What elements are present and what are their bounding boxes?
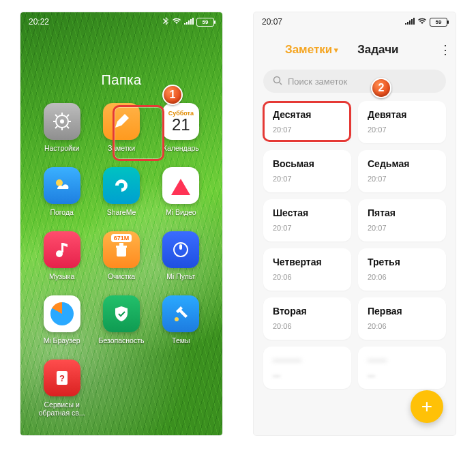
svg-line-6 bbox=[55, 115, 57, 117]
note-title: Вторая bbox=[273, 306, 342, 317]
chevron-down-icon: ▾ bbox=[334, 46, 338, 55]
note-card[interactable]: ———— bbox=[263, 347, 351, 389]
app-label: Музыка bbox=[49, 272, 74, 280]
security-icon bbox=[103, 295, 140, 332]
svg-line-7 bbox=[67, 126, 69, 128]
app-themes[interactable]: Темы bbox=[155, 295, 207, 345]
note-title: Четвертая bbox=[273, 257, 342, 267]
app-label: Mi Пульт bbox=[166, 272, 195, 280]
plus-icon: + bbox=[421, 396, 432, 418]
app-clean[interactable]: 671MОчистка bbox=[95, 231, 147, 280]
app-browser[interactable]: Mi Браузер bbox=[35, 295, 88, 345]
browser-icon bbox=[44, 295, 80, 332]
note-card[interactable]: Седьмая20:07 bbox=[358, 150, 446, 192]
note-card[interactable]: Третья20:06 bbox=[358, 248, 446, 291]
note-title: Шестая bbox=[273, 207, 342, 218]
app-label: Настройки bbox=[44, 144, 80, 152]
tab-notes[interactable]: Заметки ▾ bbox=[285, 43, 338, 57]
note-card[interactable]: Десятая20:07 bbox=[263, 101, 351, 143]
note-title: Восьмая bbox=[273, 158, 342, 169]
note-card[interactable]: Восьмая20:07 bbox=[263, 150, 351, 192]
note-card[interactable]: Пятая20:07 bbox=[358, 199, 446, 242]
note-title: Девятая bbox=[368, 109, 436, 120]
app-shareme[interactable]: ShareMe bbox=[95, 167, 147, 216]
app-calendar[interactable]: Суббота21Календарь bbox=[155, 103, 207, 152]
svg-rect-17 bbox=[179, 244, 182, 250]
app-label: Заметки bbox=[108, 144, 135, 152]
note-time: 20:06 bbox=[273, 273, 342, 281]
note-time: 20:07 bbox=[273, 175, 342, 183]
note-time: 20:07 bbox=[368, 224, 436, 232]
note-title: ——— bbox=[273, 355, 342, 366]
app-security[interactable]: Безопасность bbox=[95, 295, 147, 345]
video-icon bbox=[162, 167, 199, 204]
svg-line-22 bbox=[280, 83, 282, 85]
note-time: 20:07 bbox=[273, 126, 342, 134]
app-label: Очистка bbox=[108, 272, 135, 280]
signal-icon bbox=[405, 17, 415, 27]
note-title: Первая bbox=[368, 306, 436, 317]
status-bar: 20:07 59 bbox=[254, 12, 456, 31]
svg-point-10 bbox=[56, 179, 63, 186]
more-icon[interactable]: ⋮ bbox=[436, 40, 454, 60]
status-bar: 20:22 59 bbox=[20, 12, 222, 31]
app-music[interactable]: Музыка bbox=[35, 231, 88, 280]
shareme-icon bbox=[103, 167, 140, 204]
search-icon bbox=[273, 76, 282, 87]
app-label: ShareMe bbox=[107, 208, 136, 216]
app-label: Безопасность bbox=[99, 336, 145, 345]
svg-text:?: ? bbox=[59, 373, 65, 383]
app-notes[interactable]: Заметки bbox=[95, 103, 147, 152]
svg-line-9 bbox=[55, 126, 57, 128]
clean-icon: 671M bbox=[103, 231, 140, 268]
signal-icon bbox=[184, 17, 194, 27]
note-time: — bbox=[368, 371, 436, 379]
svg-rect-14 bbox=[119, 243, 123, 246]
svg-rect-13 bbox=[117, 247, 126, 257]
note-title: Третья bbox=[368, 257, 436, 267]
add-note-button[interactable]: + bbox=[411, 390, 443, 423]
music-icon bbox=[44, 231, 80, 268]
wifi-icon bbox=[172, 17, 181, 27]
note-card[interactable]: ——— bbox=[358, 347, 446, 389]
app-label: Mi Видео bbox=[166, 208, 196, 216]
app-label: Темы bbox=[172, 336, 190, 345]
note-card[interactable]: Вторая20:06 bbox=[263, 297, 351, 340]
settings-icon bbox=[44, 103, 80, 140]
note-card[interactable]: Четвертая20:06 bbox=[263, 248, 351, 291]
note-time: 20:06 bbox=[368, 322, 436, 330]
note-title: Десятая bbox=[273, 109, 342, 120]
note-card[interactable]: Первая20:06 bbox=[358, 297, 446, 340]
notes-icon bbox=[103, 103, 140, 140]
note-title: —— bbox=[368, 355, 436, 366]
calendar-icon: Суббота21 bbox=[162, 103, 199, 140]
app-label: Календарь bbox=[163, 144, 199, 152]
app-remote[interactable]: Mi Пульт bbox=[155, 231, 207, 280]
note-title: Пятая bbox=[368, 207, 436, 218]
note-time: 20:06 bbox=[273, 322, 342, 330]
search-placeholder: Поиск заметок bbox=[288, 76, 347, 87]
svg-point-21 bbox=[274, 76, 280, 83]
note-time: 20:06 bbox=[368, 273, 436, 281]
note-time: 20:07 bbox=[273, 224, 342, 232]
svg-rect-15 bbox=[116, 246, 127, 248]
tab-tasks[interactable]: Задачи bbox=[357, 43, 398, 57]
phone-home-screen: 20:22 59 Папка НастройкиЗаметкиСуббота21… bbox=[20, 12, 222, 435]
status-time: 20:22 bbox=[29, 17, 49, 27]
app-weather[interactable]: Погода bbox=[35, 167, 88, 216]
svg-line-8 bbox=[67, 115, 69, 117]
search-input[interactable]: Поиск заметок bbox=[263, 70, 446, 93]
note-title: Седьмая bbox=[368, 158, 436, 169]
weather-icon bbox=[44, 167, 80, 204]
battery-icon: 59 bbox=[196, 18, 214, 27]
app-services[interactable]: ?Сервисы и обратная св... bbox=[35, 360, 88, 417]
note-card[interactable]: Шестая20:07 bbox=[263, 199, 351, 242]
app-settings[interactable]: Настройки bbox=[35, 103, 88, 152]
app-video[interactable]: Mi Видео bbox=[155, 167, 207, 216]
folder-title: Папка bbox=[20, 72, 222, 88]
note-time: 20:07 bbox=[368, 126, 436, 134]
app-label: Mi Браузер bbox=[44, 336, 80, 345]
notes-list: Десятая20:07Девятая20:07Восьмая20:07Седь… bbox=[254, 101, 456, 398]
note-card[interactable]: Девятая20:07 bbox=[358, 101, 446, 143]
svg-point-18 bbox=[175, 317, 179, 321]
